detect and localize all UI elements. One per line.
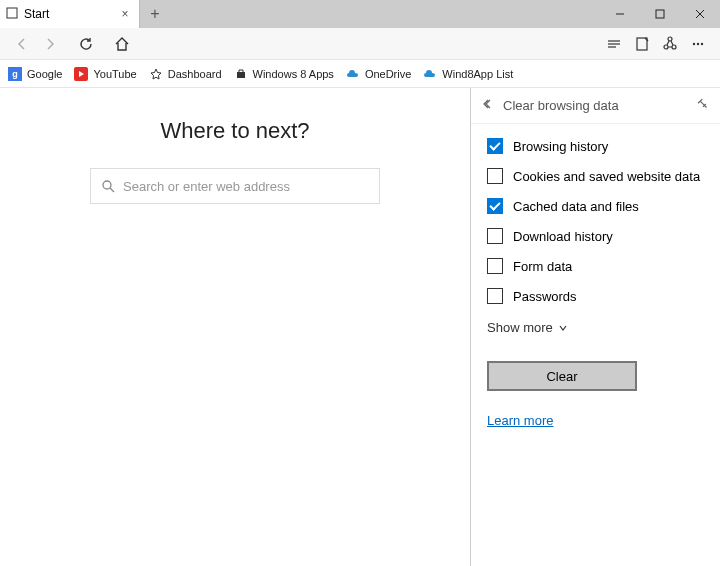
svg-rect-8: [637, 38, 647, 50]
more-button[interactable]: [684, 30, 712, 58]
checkbox-icon: [487, 258, 503, 274]
tab-title: Start: [24, 7, 117, 21]
tab-start[interactable]: Start ×: [0, 0, 140, 28]
favorite-onedrive[interactable]: OneDrive: [346, 67, 411, 81]
close-window-button[interactable]: [680, 0, 720, 28]
main-content: Where to next?: [0, 88, 470, 566]
google-icon: g: [8, 67, 22, 81]
checkbox-form-data[interactable]: Form data: [487, 258, 704, 274]
checkbox-icon: [487, 168, 503, 184]
clear-button[interactable]: Clear: [487, 361, 637, 391]
onedrive-icon: [423, 67, 437, 81]
svg-marker-15: [79, 71, 84, 77]
learn-more-link[interactable]: Learn more: [487, 413, 704, 428]
checkbox-label: Cookies and saved website data: [513, 169, 700, 184]
checkbox-passwords[interactable]: Passwords: [487, 288, 704, 304]
forward-button[interactable]: [36, 30, 64, 58]
pin-icon[interactable]: [696, 97, 710, 114]
toolbar: [0, 28, 720, 60]
clear-browsing-data-panel: Clear browsing data Browsing history Coo…: [470, 88, 720, 566]
checkbox-icon: [487, 228, 503, 244]
checkbox-browsing-history[interactable]: Browsing history: [487, 138, 704, 154]
tabbar-spacer: [170, 0, 600, 28]
new-tab-button[interactable]: +: [140, 0, 170, 28]
search-input[interactable]: [123, 179, 369, 194]
svg-point-11: [672, 45, 676, 49]
favorite-youtube[interactable]: YouTube: [74, 67, 136, 81]
checkbox-cached-data[interactable]: Cached data and files: [487, 198, 704, 214]
svg-point-12: [693, 42, 695, 44]
svg-point-14: [701, 42, 703, 44]
svg-rect-16: [237, 72, 245, 78]
refresh-button[interactable]: [72, 30, 100, 58]
favorite-label: Google: [27, 68, 62, 80]
minimize-button[interactable]: [600, 0, 640, 28]
search-icon: [101, 179, 115, 193]
favorite-label: Windows 8 Apps: [253, 68, 334, 80]
checkbox-cookies[interactable]: Cookies and saved website data: [487, 168, 704, 184]
store-icon: [234, 67, 248, 81]
home-button[interactable]: [108, 30, 136, 58]
svg-point-9: [668, 37, 672, 41]
onedrive-icon: [346, 67, 360, 81]
favorite-label: Dashboard: [168, 68, 222, 80]
show-more-button[interactable]: Show more: [487, 320, 704, 335]
show-more-label: Show more: [487, 320, 553, 335]
checkbox-icon: [487, 138, 503, 154]
favorites-bar: g Google YouTube Dashboard Windows 8 App…: [0, 60, 720, 88]
reading-view-button[interactable]: [600, 30, 628, 58]
search-box[interactable]: [90, 168, 380, 204]
page-heading: Where to next?: [160, 118, 309, 144]
note-button[interactable]: [628, 30, 656, 58]
checkbox-icon: [487, 288, 503, 304]
favorite-wind8applist[interactable]: Wind8App List: [423, 67, 513, 81]
tab-bar: Start × +: [0, 0, 720, 28]
checkbox-icon: [487, 198, 503, 214]
panel-header: Clear browsing data: [471, 88, 720, 124]
svg-point-13: [697, 42, 699, 44]
svg-point-17: [103, 181, 111, 189]
svg-rect-2: [656, 10, 664, 18]
checkbox-download-history[interactable]: Download history: [487, 228, 704, 244]
maximize-button[interactable]: [640, 0, 680, 28]
star-icon: [149, 67, 163, 81]
panel-title: Clear browsing data: [503, 98, 688, 113]
panel-back-icon[interactable]: [481, 97, 495, 114]
checkbox-label: Browsing history: [513, 139, 608, 154]
tab-close-icon[interactable]: ×: [117, 7, 133, 21]
svg-point-10: [664, 45, 668, 49]
tab-page-icon: [6, 7, 18, 22]
favorite-dashboard[interactable]: Dashboard: [149, 67, 222, 81]
back-button[interactable]: [8, 30, 36, 58]
window-controls: [600, 0, 720, 28]
favorite-label: YouTube: [93, 68, 136, 80]
checkbox-label: Download history: [513, 229, 613, 244]
favorite-label: Wind8App List: [442, 68, 513, 80]
svg-rect-0: [7, 8, 17, 18]
checkbox-label: Form data: [513, 259, 572, 274]
clear-button-label: Clear: [546, 369, 577, 384]
checkbox-label: Cached data and files: [513, 199, 639, 214]
favorite-google[interactable]: g Google: [8, 67, 62, 81]
share-button[interactable]: [656, 30, 684, 58]
favorite-windows8apps[interactable]: Windows 8 Apps: [234, 67, 334, 81]
content-area: Where to next? Clear browsing data Brows…: [0, 88, 720, 566]
svg-line-18: [110, 188, 114, 192]
panel-body: Browsing history Cookies and saved websi…: [471, 124, 720, 442]
learn-more-label: Learn more: [487, 413, 553, 428]
favorite-label: OneDrive: [365, 68, 411, 80]
checkbox-label: Passwords: [513, 289, 577, 304]
youtube-icon: [74, 67, 88, 81]
chevron-down-icon: [558, 323, 568, 333]
